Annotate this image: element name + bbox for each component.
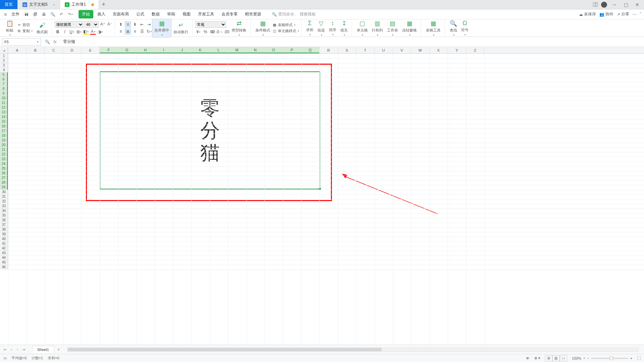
cond-format-button[interactable]: ▦条件格式▾: [253, 20, 272, 37]
window-minimize-button[interactable]: ─: [610, 1, 618, 9]
row-header-25[interactable]: 25: [0, 166, 8, 171]
zoom-value[interactable]: 100%: [572, 356, 581, 360]
align-center-button[interactable]: ≣: [125, 28, 131, 35]
filter-button[interactable]: ▽筛选▾: [315, 20, 327, 37]
col-header-C[interactable]: C: [45, 47, 63, 53]
row-header-26[interactable]: 26: [0, 171, 8, 176]
row-header-21[interactable]: 21: [0, 147, 8, 152]
row-header-44[interactable]: 44: [0, 255, 8, 260]
qa-print-icon[interactable]: 🖶: [40, 11, 48, 18]
freeze-button[interactable]: ▦冻结窗格▾: [400, 20, 419, 37]
zoom-slider[interactable]: [591, 358, 628, 359]
collab-button[interactable]: 👥协作: [599, 11, 613, 17]
decrease-font-icon[interactable]: A⁻: [107, 21, 113, 27]
row-header-3[interactable]: 3: [0, 63, 8, 68]
row-header-42[interactable]: 42: [0, 246, 8, 251]
row-header-46[interactable]: 46: [0, 265, 8, 269]
qa-preview-icon[interactable]: 🔍: [49, 11, 56, 18]
row-header-31[interactable]: 31: [0, 194, 8, 199]
comma-button[interactable]: ↂ: [209, 29, 215, 35]
tab-doc-1[interactable]: W 文字文稿5 ×: [18, 0, 60, 9]
row-header-45[interactable]: 45: [0, 260, 8, 265]
merge-center-button[interactable]: ▦合并居中▾: [152, 19, 171, 38]
row-header-19[interactable]: 19: [0, 138, 8, 143]
row-col-button[interactable]: ▥行和列▾: [370, 20, 385, 37]
highlight-button[interactable]: ◑▾: [97, 29, 103, 35]
row-header-36[interactable]: 36: [0, 218, 8, 223]
table-tools-button[interactable]: ▦表格工具▾: [424, 20, 443, 37]
qa-redo-icon[interactable]: ↷▾: [66, 11, 74, 18]
sheet-tab-1[interactable]: Sheet1: [32, 346, 54, 353]
row-header-4[interactable]: 4: [0, 68, 8, 72]
cells-area[interactable]: 零分猫: [8, 54, 644, 345]
col-header-A[interactable]: A: [8, 47, 27, 53]
percent-button[interactable]: %: [202, 29, 208, 35]
ribbon-tab-7[interactable]: 开发工具: [195, 10, 217, 18]
sort-button[interactable]: ↕排序▾: [327, 20, 338, 36]
number-format-select[interactable]: 常规: [195, 21, 226, 28]
row-header-11[interactable]: 11: [0, 101, 8, 105]
eye-icon[interactable]: 👁: [526, 356, 530, 360]
row-header-32[interactable]: 32: [0, 199, 8, 204]
font-size-select[interactable]: 48: [85, 21, 99, 28]
spreadsheet-grid[interactable]: ◢ ABCDEFGHIJKLMNOPQRSTUVWXYZ 12345678910…: [0, 47, 644, 345]
align-left-button[interactable]: ≡: [118, 28, 124, 35]
row-header-28[interactable]: 28: [0, 180, 8, 185]
view-break-button[interactable]: ▭: [560, 355, 567, 361]
ribbon-tab-6[interactable]: 视图: [179, 10, 194, 18]
row-header-39[interactable]: 39: [0, 232, 8, 237]
row-header-37[interactable]: 37: [0, 223, 8, 227]
tab-home[interactable]: 首页: [0, 0, 18, 9]
type-convert-button[interactable]: ⇄类型转换▾: [230, 20, 248, 37]
zoom-out-button[interactable]: −: [587, 356, 589, 360]
row-header-23[interactable]: 23: [0, 157, 8, 162]
align-right-button[interactable]: ≡: [132, 28, 138, 35]
tab-add-button[interactable]: +: [99, 0, 108, 9]
paste-button[interactable]: 📋粘贴▾: [4, 20, 15, 37]
row-header-33[interactable]: 33: [0, 204, 8, 208]
row-header-38[interactable]: 38: [0, 227, 8, 232]
decrease-decimal-button[interactable]: .00: [224, 29, 230, 35]
row-header-40[interactable]: 40: [0, 237, 8, 241]
ribbon-tab-1[interactable]: 插入: [94, 10, 109, 18]
currency-button[interactable]: ¥▾: [195, 29, 201, 35]
row-header-15[interactable]: 15: [0, 119, 8, 124]
zoom-slider-thumb[interactable]: [610, 357, 613, 360]
row-header-17[interactable]: 17: [0, 129, 8, 133]
underline-button[interactable]: U▾: [69, 29, 75, 35]
qa-undo-icon[interactable]: ↶: [58, 11, 65, 18]
fx-icon[interactable]: fx: [53, 40, 56, 44]
row-header-35[interactable]: 35: [0, 213, 8, 218]
font-name-select[interactable]: 微软雅黑: [55, 21, 84, 28]
find-button[interactable]: 🔍查找▾: [448, 20, 459, 37]
col-header-X[interactable]: X: [430, 47, 448, 53]
row-header-43[interactable]: 43: [0, 251, 8, 255]
row-header-5[interactable]: 5: [0, 72, 8, 77]
increase-decimal-button[interactable]: .0→: [216, 29, 222, 35]
col-header-T[interactable]: T: [356, 47, 375, 53]
sum-button[interactable]: Σ求和▾: [304, 20, 315, 36]
col-header-G[interactable]: G: [118, 47, 137, 53]
sheet-first-icon[interactable]: ⇤: [3, 347, 8, 352]
row-header-24[interactable]: 24: [0, 162, 8, 166]
col-header-W[interactable]: W: [411, 47, 430, 53]
fill-color-button[interactable]: ◧▾: [83, 29, 89, 35]
sheet-add-button[interactable]: +: [55, 347, 62, 352]
justify-button[interactable]: ☰: [139, 28, 145, 35]
col-header-R[interactable]: R: [319, 47, 338, 53]
decrease-indent-button[interactable]: ⇤: [139, 21, 145, 27]
italic-button[interactable]: I: [62, 29, 68, 35]
ribbon-tab-9[interactable]: 稻壳资源: [242, 10, 264, 18]
hscroll-thumb[interactable]: [68, 348, 382, 351]
increase-font-icon[interactable]: A⁺: [100, 21, 106, 27]
row-header-10[interactable]: 10: [0, 96, 8, 101]
border-button[interactable]: ⊞▾: [76, 29, 82, 35]
bold-button[interactable]: B: [55, 29, 61, 35]
ribbon-tab-5[interactable]: 审阅: [164, 10, 179, 18]
col-header-F[interactable]: F: [100, 47, 118, 53]
row-header-20[interactable]: 20: [0, 143, 8, 147]
row-header-7[interactable]: 7: [0, 82, 8, 86]
view-normal-button[interactable]: ⊞: [545, 355, 552, 361]
cell-button[interactable]: ▢单元格▾: [355, 20, 370, 37]
unsaved-status[interactable]: ☁未保存: [579, 11, 596, 17]
